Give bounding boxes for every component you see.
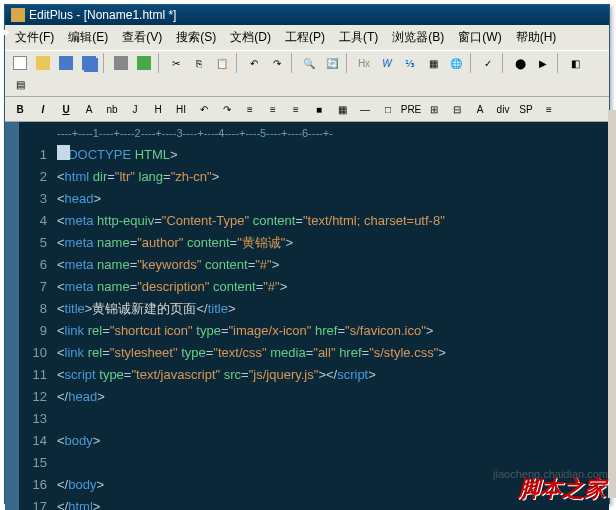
- code-line[interactable]: <meta name="author" content="黄锦诚">: [57, 232, 609, 254]
- save-icon[interactable]: [55, 53, 77, 73]
- line-number: 10: [19, 342, 47, 364]
- saveall-icon[interactable]: [78, 53, 100, 73]
- line-number: 12: [19, 386, 47, 408]
- html-tool-22[interactable]: SP: [515, 99, 537, 119]
- code-line[interactable]: <html dir="ltr" lang="zh-cn">: [57, 166, 609, 188]
- watermark-stamp: 脚本之家: [518, 474, 606, 504]
- app-icon: [11, 8, 25, 22]
- menu-file[interactable]: 文件(F): [9, 27, 60, 48]
- text-cursor: [57, 145, 70, 160]
- line-number: 1: [19, 144, 47, 166]
- code-line[interactable]: <head>: [57, 188, 609, 210]
- line-number: 14: [19, 430, 47, 452]
- titlebar[interactable]: EditPlus - [Noname1.html *]: [5, 5, 609, 25]
- copy-icon[interactable]: ⎘: [188, 53, 210, 73]
- cut-icon[interactable]: ✂: [165, 53, 187, 73]
- html-tool-7[interactable]: HI: [170, 99, 192, 119]
- code-line[interactable]: <meta name="keywords" content="#">: [57, 254, 609, 276]
- app-window: EditPlus - [Noname1.html *] 文件(F) 编辑(E) …: [4, 4, 610, 504]
- line-number: 6: [19, 254, 47, 276]
- editor-area: ▶ 1234567891011121314151617 ----+----1--…: [5, 122, 609, 510]
- record-icon[interactable]: ⬤: [509, 53, 531, 73]
- html-tool-18[interactable]: ⊞: [423, 99, 445, 119]
- line-gutter[interactable]: 1234567891011121314151617: [19, 122, 53, 510]
- line-number: 7: [19, 276, 47, 298]
- html-tool-11[interactable]: ≡: [262, 99, 284, 119]
- sidebar-icon[interactable]: ◧: [564, 53, 586, 73]
- toolbar-main: ✂ ⎘ 📋 ↶ ↷ 🔍 🔄 Hx W ⅓ ▦ 🌐 ✓ ⬤ ▶ ◧ ▤: [5, 50, 609, 97]
- html-tool-1[interactable]: I: [32, 99, 54, 119]
- code-line[interactable]: <link rel="shortcut icon" type="image/x-…: [57, 320, 609, 342]
- check-icon[interactable]: ✓: [477, 53, 499, 73]
- line-number: 5: [19, 232, 47, 254]
- marker-margin[interactable]: ▶: [5, 122, 19, 510]
- open-icon[interactable]: [32, 53, 54, 73]
- html-tool-0[interactable]: B: [9, 99, 31, 119]
- html-tool-3[interactable]: A: [78, 99, 100, 119]
- line-number: 16: [19, 474, 47, 496]
- col-icon[interactable]: ▦: [422, 53, 444, 73]
- code-line[interactable]: <body>: [57, 430, 609, 452]
- html-tool-15[interactable]: —: [354, 99, 376, 119]
- menu-doc[interactable]: 文档(D): [224, 27, 277, 48]
- code-line[interactable]: <script type="text/javascript" src="js/j…: [57, 364, 609, 386]
- html-tool-20[interactable]: A: [469, 99, 491, 119]
- html-tool-14[interactable]: ▦: [331, 99, 353, 119]
- menu-help[interactable]: 帮助(H): [510, 27, 563, 48]
- paste-icon[interactable]: 📋: [211, 53, 233, 73]
- play-icon[interactable]: ▶: [532, 53, 554, 73]
- new-icon[interactable]: [9, 53, 31, 73]
- line-number: 2: [19, 166, 47, 188]
- menu-project[interactable]: 工程(P): [279, 27, 331, 48]
- code-line[interactable]: </head>: [57, 386, 609, 408]
- replace-icon[interactable]: 🔄: [321, 53, 343, 73]
- output-icon[interactable]: ▤: [9, 74, 31, 94]
- line-number: 15: [19, 452, 47, 474]
- line-number: 8: [19, 298, 47, 320]
- html-tool-12[interactable]: ≡: [285, 99, 307, 119]
- code-area[interactable]: ----+----1----+----2----+----3----+----4…: [53, 122, 609, 510]
- menu-browser[interactable]: 浏览器(B): [386, 27, 450, 48]
- undo-icon[interactable]: ↶: [243, 53, 265, 73]
- menu-window[interactable]: 窗口(W): [452, 27, 507, 48]
- html-tool-17[interactable]: PRE: [400, 99, 422, 119]
- html-tool-19[interactable]: ⊟: [446, 99, 468, 119]
- num-icon[interactable]: ⅓: [399, 53, 421, 73]
- line-number: 9: [19, 320, 47, 342]
- html-tool-10[interactable]: ≡: [239, 99, 261, 119]
- scrollbar[interactable]: [608, 110, 616, 498]
- preview-icon[interactable]: [133, 53, 155, 73]
- line-number: 17: [19, 496, 47, 510]
- code-line[interactable]: <link rel="stylesheet" type="text/css" m…: [57, 342, 609, 364]
- code-line[interactable]: <!DOCTYPE HTML>: [57, 144, 609, 166]
- column-ruler: ----+----1----+----2----+----3----+----4…: [53, 122, 609, 144]
- browser-icon[interactable]: 🌐: [445, 53, 467, 73]
- menu-view[interactable]: 查看(V): [116, 27, 168, 48]
- window-title: EditPlus - [Noname1.html *]: [29, 8, 176, 22]
- code-line[interactable]: [57, 408, 609, 430]
- html-tool-9[interactable]: ↷: [216, 99, 238, 119]
- toolbar-html: BIUAnbJHHI↶↷≡≡≡■▦—□PRE⊞⊟AdivSP≡: [5, 97, 609, 122]
- menu-search[interactable]: 搜索(S): [170, 27, 222, 48]
- find-icon[interactable]: 🔍: [298, 53, 320, 73]
- code-line[interactable]: <title>黄锦诚新建的页面</title>: [57, 298, 609, 320]
- html-tool-8[interactable]: ↶: [193, 99, 215, 119]
- menu-edit[interactable]: 编辑(E): [62, 27, 114, 48]
- html-tool-6[interactable]: H: [147, 99, 169, 119]
- html-tool-21[interactable]: div: [492, 99, 514, 119]
- html-tool-2[interactable]: U: [55, 99, 77, 119]
- code-line[interactable]: <meta name="description" content="#">: [57, 276, 609, 298]
- redo-icon[interactable]: ↷: [266, 53, 288, 73]
- line-number: 4: [19, 210, 47, 232]
- menubar: 文件(F) 编辑(E) 查看(V) 搜索(S) 文档(D) 工程(P) 工具(T…: [5, 25, 609, 50]
- print-icon[interactable]: [110, 53, 132, 73]
- wrap-icon[interactable]: W: [376, 53, 398, 73]
- hex-icon[interactable]: Hx: [353, 53, 375, 73]
- html-tool-5[interactable]: J: [124, 99, 146, 119]
- menu-tool[interactable]: 工具(T): [333, 27, 384, 48]
- code-line[interactable]: <meta http-equiv="Content-Type" content=…: [57, 210, 609, 232]
- html-tool-4[interactable]: nb: [101, 99, 123, 119]
- html-tool-13[interactable]: ■: [308, 99, 330, 119]
- html-tool-16[interactable]: □: [377, 99, 399, 119]
- html-tool-23[interactable]: ≡: [538, 99, 560, 119]
